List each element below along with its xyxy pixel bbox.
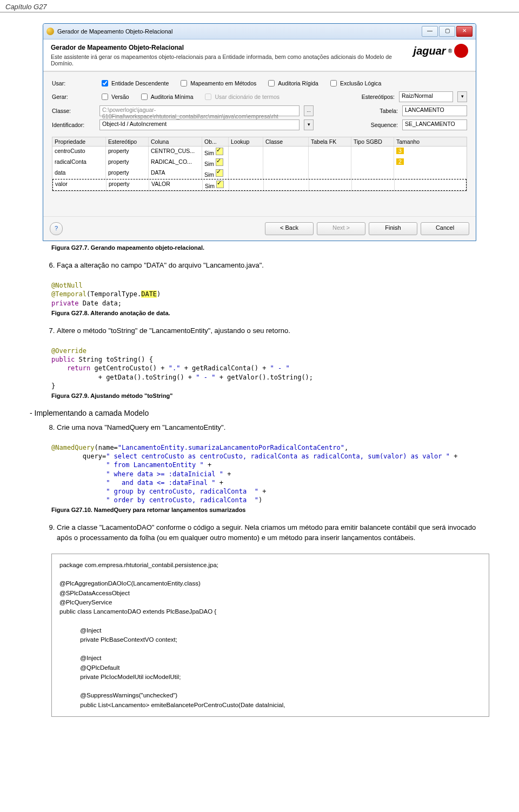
table-row[interactable]: valor property VALOR Sim xyxy=(52,179,467,191)
wizard-window: Gerador de Mapeamento Objeto-Relacional … xyxy=(43,23,476,241)
logo-text: jaguar xyxy=(414,45,446,57)
caption-7: Figura G27.7. Gerando mapeamento objeto-… xyxy=(51,244,489,251)
button-row: ? < Back Next > Finish Cancel xyxy=(43,217,476,241)
table-row[interactable]: centroCusto property CENTRO_CUS... Sim 3 xyxy=(52,147,467,157)
lbl-classe: Classe: xyxy=(52,108,95,114)
caption-8: Figura G27.8. Alterando anotação de data… xyxy=(51,310,489,316)
hdr: Tamanho xyxy=(394,137,436,146)
field-ident[interactable]: Object-Id / AutoIncrement xyxy=(99,119,300,130)
list-item-6: Faça a alteração no campo "DATA" do arqu… xyxy=(57,261,489,270)
caption-10: Figura G27.10. NamedQuery para retornar … xyxy=(51,507,489,513)
check-icon xyxy=(216,158,223,166)
check-icon xyxy=(216,148,223,155)
cb-aud-rig[interactable]: Auditoria Rígida xyxy=(266,78,318,88)
ddl-arrow-icon[interactable]: ▾ xyxy=(457,91,467,102)
lbl-usar: Usar: xyxy=(52,80,95,86)
ddl-estereotipos[interactable]: Raiz/Normal xyxy=(399,91,453,102)
jaguar-logo: jaguar® xyxy=(414,44,468,58)
code-snippet-8: @NotNull @Temporal(TemporalType.DATE) pr… xyxy=(51,281,489,308)
hdr: Coluna xyxy=(149,137,202,146)
field-sequence[interactable]: SE_LANCAMENTO xyxy=(402,119,467,130)
wizard-subtitle: Este assistente irá gerar os mapeamentos… xyxy=(51,54,414,66)
hdr: Tipo SGBD xyxy=(351,137,394,146)
cancel-button[interactable]: Cancel xyxy=(421,222,469,235)
lbl-estereotipos: Estereótipos: xyxy=(362,94,395,100)
list-item-8: Crie uma nova "NamedQuery em "Lancamento… xyxy=(57,423,489,432)
close-button[interactable]: ✕ xyxy=(456,26,473,37)
hdr: Ob... xyxy=(202,137,229,146)
caption-9: Figura G27.9. Ajustando método "toString… xyxy=(51,392,489,399)
lbl-tabela: Tabela: xyxy=(380,108,398,114)
properties-table: Propriedade Estereótipo Coluna Ob... Loo… xyxy=(52,137,467,191)
hdr: Tabela FK xyxy=(309,137,351,146)
code-box-dao: package com.empresa.rhtutorial_contabil.… xyxy=(51,554,489,717)
hdr: Estereótipo xyxy=(106,137,149,146)
app-icon xyxy=(46,28,54,35)
content: Gerador de Mapeamento Objeto-Relacional … xyxy=(0,12,519,728)
code-snippet-10: @NamedQuery(name="LancamentoEntity.sumar… xyxy=(51,443,489,504)
browse-button[interactable]: ... xyxy=(304,105,314,116)
hdr: Classe xyxy=(263,137,309,146)
maximize-button[interactable]: ▢ xyxy=(439,26,455,37)
field-classe[interactable]: C:\powerlogic\jaguar-610Final\workspace\… xyxy=(99,105,300,116)
list-item-7: Altere o método "toString" de "Lancament… xyxy=(57,326,489,336)
table-row[interactable]: radicalConta property RADICAL_CO... Sim … xyxy=(52,157,467,168)
cb-excl-log[interactable]: Exclusão Lógica xyxy=(328,78,381,88)
help-button[interactable]: ? xyxy=(50,222,63,235)
cb-usar-dic[interactable]: Usar dicionário de termos xyxy=(203,92,280,102)
cb-ent-desc[interactable]: Entidade Descendente xyxy=(99,78,169,88)
subheading-modelo: - Implementando a camada Modelo xyxy=(30,409,489,417)
titlebar: Gerador de Mapeamento Objeto-Relacional … xyxy=(43,24,476,39)
form-area: Usar: Entidade Descendente Mapeamento em… xyxy=(43,71,476,217)
wizard-header: Gerador de Mapeamento Objeto-Relacional … xyxy=(43,39,476,71)
cb-versao[interactable]: Versão xyxy=(99,92,129,102)
table-row[interactable]: data property DATA Sim xyxy=(52,168,467,179)
hdr: Propriedade xyxy=(52,137,106,146)
hdr: Lookup xyxy=(229,137,263,146)
minimize-button[interactable]: — xyxy=(422,26,438,37)
lbl-sequence: Sequence: xyxy=(371,122,398,128)
titlebar-text: Gerador de Mapeamento Objeto-Relacional xyxy=(57,28,422,35)
cb-map-met[interactable]: Mapeamento em Métodos xyxy=(178,78,256,88)
lbl-gerar: Gerar: xyxy=(52,94,95,100)
tam: 2 xyxy=(396,158,404,165)
tam: 3 xyxy=(396,148,404,154)
check-icon xyxy=(216,181,224,188)
paw-icon xyxy=(454,44,468,58)
next-button[interactable]: Next > xyxy=(317,222,365,235)
winbtns: — ▢ ✕ xyxy=(422,26,473,37)
field-tabela[interactable]: LANCAMENTO xyxy=(402,105,467,116)
ddl-ident-arrow-icon[interactable]: ▾ xyxy=(304,119,314,130)
list-item-9: Crie a classe "LacamentoDAO" conforme o … xyxy=(57,523,489,542)
wizard-title: Gerador de Mapeamento Objeto-Relacional xyxy=(51,44,414,51)
check-icon xyxy=(216,169,223,177)
code-snippet-9: @Override public String toString() { ret… xyxy=(51,347,489,390)
reg-mark: ® xyxy=(448,48,452,54)
back-button[interactable]: < Back xyxy=(265,222,314,235)
page-header: Capítulo G27 xyxy=(0,0,519,12)
lbl-ident: Identificador: xyxy=(52,122,95,128)
finish-button[interactable]: Finish xyxy=(369,222,417,235)
cb-aud-min[interactable]: Auditoria Mínima xyxy=(139,92,194,102)
table-header: Propriedade Estereótipo Coluna Ob... Loo… xyxy=(52,137,467,147)
